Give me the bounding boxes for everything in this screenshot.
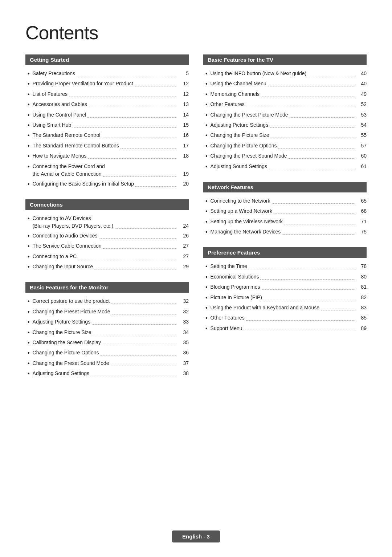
item-dots bbox=[93, 335, 177, 335]
item-label: Using the Product with a Keyboard and a … bbox=[211, 304, 319, 312]
item-text: Adjusting Sound Settings61 bbox=[211, 163, 367, 170]
item-text: Changing the Preset Picture Mode32 bbox=[33, 308, 189, 316]
item-line1: Connecting the Power Cord and bbox=[33, 163, 189, 170]
bullet-icon: • bbox=[28, 215, 30, 223]
list-item: •List of Features12 bbox=[25, 89, 189, 99]
list-item: •Connecting to a PC27 bbox=[25, 252, 189, 262]
bullet-icon: • bbox=[205, 152, 208, 160]
item-dots bbox=[89, 107, 177, 107]
item-dots bbox=[135, 186, 177, 187]
bullet-icon: • bbox=[205, 163, 208, 171]
bullet-icon: • bbox=[28, 152, 30, 160]
item-page-number: 26 bbox=[179, 232, 189, 240]
item-page-number: 38 bbox=[179, 370, 189, 377]
bullet-icon: • bbox=[205, 70, 208, 78]
bullet-icon: • bbox=[28, 253, 30, 261]
item-text: Adjusting Picture Settings54 bbox=[211, 121, 367, 129]
item-text: Connecting to AV Devices(Blu-ray Players… bbox=[33, 215, 189, 230]
list-item: •Using the Control Panel14 bbox=[25, 110, 189, 120]
item-dots bbox=[262, 289, 355, 290]
item-text: Using the Channel Menu40 bbox=[211, 80, 367, 88]
list-item: •Managing the Network Devices75 bbox=[203, 227, 367, 237]
item-line2: (Blu-ray Players, DVD Players, etc.) bbox=[33, 222, 114, 230]
item-dots bbox=[246, 320, 355, 321]
footer-badge: English - 3 bbox=[172, 530, 220, 542]
section-header-preference-features: Preference Features bbox=[203, 247, 367, 258]
list-item: •Changing the Preset Sound Mode60 bbox=[203, 151, 367, 161]
item-page-number: 12 bbox=[179, 80, 189, 88]
list-item: •Setting up the Wireless Network71 bbox=[203, 217, 367, 227]
section-preference-features: Preference Features•Setting the Time78•E… bbox=[203, 247, 367, 334]
item-text: Adjusting Sound Settings38 bbox=[33, 370, 189, 377]
item-label: Accessories and Cables bbox=[33, 101, 87, 108]
item-dots bbox=[78, 259, 177, 259]
item-page-number: 20 bbox=[179, 180, 189, 188]
bullet-icon: • bbox=[28, 263, 30, 271]
item-dots bbox=[289, 158, 355, 159]
list-item: •Setting the Time78 bbox=[203, 261, 367, 272]
list-item: •Connecting the Power Cord andthe Aerial… bbox=[25, 162, 189, 179]
list-item: •Adjusting Sound Settings38 bbox=[25, 369, 189, 379]
bullet-icon: • bbox=[205, 207, 208, 215]
item-dots bbox=[99, 238, 177, 239]
list-item: •Changing the Preset Sound Mode37 bbox=[25, 358, 189, 369]
bullet-icon: • bbox=[205, 121, 208, 129]
bullet-icon: • bbox=[28, 101, 30, 109]
bullet-icon: • bbox=[28, 359, 30, 367]
bullet-icon: • bbox=[205, 111, 208, 119]
item-label: Using the Control Panel bbox=[33, 111, 86, 119]
item-label: Setting up a Wired Network bbox=[211, 207, 272, 215]
list-item: •Configuring the Basic Settings in Initi… bbox=[25, 179, 189, 189]
item-page-number: 14 bbox=[179, 111, 189, 119]
item-page-number: 18 bbox=[179, 152, 189, 160]
item-text: How to Navigate Menus18 bbox=[33, 152, 189, 160]
item-text: Using Smart Hub15 bbox=[33, 121, 189, 129]
list-item: •Changing the Preset Picture Mode53 bbox=[203, 110, 367, 120]
item-page-number: 33 bbox=[179, 318, 189, 326]
item-page-number: 81 bbox=[356, 283, 367, 291]
item-text: Memorizing Channels49 bbox=[211, 90, 367, 98]
item-dots bbox=[308, 76, 355, 76]
bullet-icon: • bbox=[28, 232, 30, 240]
item-text: Changing the Input Source29 bbox=[33, 263, 189, 271]
item-label: Safety Precautions bbox=[33, 70, 75, 77]
item-text: The Standard Remote Control Buttons17 bbox=[33, 142, 189, 150]
item-dots bbox=[91, 376, 177, 376]
item-page-number: 40 bbox=[356, 70, 367, 77]
item-text: Managing the Network Devices75 bbox=[211, 228, 367, 236]
list-item: •Accessories and Cables13 bbox=[25, 99, 189, 110]
item-dots bbox=[249, 269, 355, 269]
item-label: Using Smart Hub bbox=[33, 121, 72, 129]
item-text: Connecting to Audio Devices26 bbox=[33, 232, 189, 240]
item-dots bbox=[92, 324, 177, 325]
item-text: Correct posture to use the product32 bbox=[33, 297, 189, 305]
item-page-number: 89 bbox=[356, 325, 367, 332]
item-page-number: 24 bbox=[179, 222, 189, 230]
item-text: Picture In Picture (PIP)82 bbox=[211, 294, 367, 301]
item-dots bbox=[115, 228, 177, 229]
item-text: Changing the Picture Size55 bbox=[211, 131, 367, 139]
item-text: The Standard Remote Control16 bbox=[33, 131, 189, 139]
section-list-basic-features-monitor: •Correct posture to use the product32•Ch… bbox=[25, 296, 189, 379]
item-label: Providing Proper Ventilation for Your Pr… bbox=[33, 80, 133, 88]
list-item: •Using the Product with a Keyboard and a… bbox=[203, 303, 367, 313]
item-page-number: 29 bbox=[179, 263, 189, 271]
page-title: Contents bbox=[25, 22, 367, 44]
item-label: Connecting to the Network bbox=[211, 197, 270, 205]
list-item: •Memorizing Channels49 bbox=[203, 89, 367, 99]
item-label: Calibrating the Screen Display bbox=[33, 339, 101, 346]
item-page-number: 68 bbox=[356, 207, 367, 215]
item-label: Changing the Picture Options bbox=[211, 142, 277, 150]
item-page-number: 36 bbox=[179, 349, 189, 357]
list-item: •Adjusting Sound Settings61 bbox=[203, 162, 367, 172]
item-label: The Standard Remote Control Buttons bbox=[33, 142, 119, 150]
item-dots bbox=[284, 224, 355, 224]
item-text: Using the Control Panel14 bbox=[33, 111, 189, 119]
list-item: •Adjusting Picture Settings54 bbox=[203, 120, 367, 130]
item-dots bbox=[270, 127, 355, 128]
list-item: •The Standard Remote Control Buttons17 bbox=[25, 141, 189, 151]
item-label: Picture In Picture (PIP) bbox=[211, 294, 262, 301]
item-page-number: 35 bbox=[179, 339, 189, 346]
item-label: Connecting to Audio Devices bbox=[33, 232, 98, 240]
bullet-icon: • bbox=[28, 349, 30, 357]
